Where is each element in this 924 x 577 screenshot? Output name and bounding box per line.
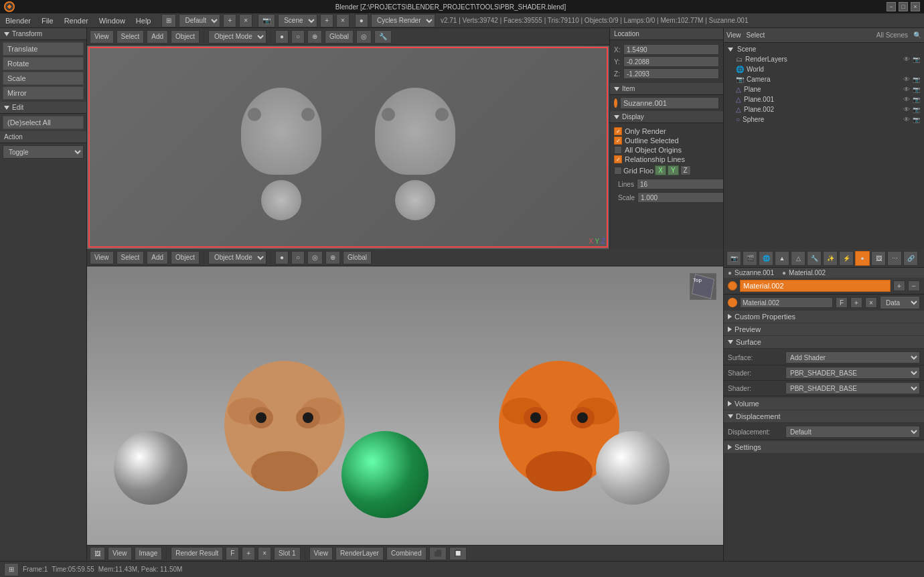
scene-select[interactable]: Scene [278,14,317,27]
props-scene-icon[interactable]: 🎬 [743,251,757,266]
props-particles2-icon[interactable]: ⋯ [887,251,902,266]
render-object-menu[interactable]: Object [171,251,200,264]
render-select-menu[interactable]: Select [117,251,145,264]
menu-help[interactable]: Help [131,13,157,28]
render-global[interactable]: Global [343,251,372,264]
menu-blender[interactable]: Blender [0,13,36,28]
material-name-input[interactable] [740,280,891,292]
volume-section[interactable]: Volume [724,398,924,410]
maximize-button[interactable]: □ [899,2,908,11]
props-constraints-icon[interactable]: 🔗 [903,251,918,266]
plane001-render[interactable]: 📷 [913,96,920,103]
props-particles-icon[interactable]: ✨ [823,251,838,266]
menu-window[interactable]: Window [94,13,131,28]
render-shade1[interactable]: ● [275,251,289,264]
engine-icon[interactable]: ● [355,14,368,27]
nav-cube[interactable]: Top [690,273,716,300]
engine-select[interactable]: Cycles Render [371,14,435,27]
workspace-select[interactable]: Default [179,14,220,27]
viewport-canvas[interactable]: X Y Z [87,46,609,249]
img-btn1[interactable]: ⬛ [429,547,447,560]
image-icon[interactable]: 🖼 [90,547,105,560]
props-material-icon[interactable]: ● [855,251,870,266]
select-menu[interactable]: Select [117,30,145,44]
camera-render[interactable]: 📷 [913,76,920,83]
minimize-button[interactable]: − [887,2,896,11]
render-canvas[interactable]: Top [87,266,723,545]
render-view-menu[interactable]: View [90,251,114,264]
bottom-image-btn[interactable]: Image [135,547,163,560]
mirror-button[interactable]: Mirror [3,86,84,100]
props-world-icon[interactable]: 🌐 [759,251,773,266]
location-header[interactable]: Location [610,28,723,40]
status-icon[interactable]: ⊞ [4,563,19,576]
mat-f-btn[interactable]: F [836,297,848,308]
transform-orient[interactable]: Global [325,30,354,44]
item-header[interactable]: Item [610,83,723,95]
relationship-lines-checkbox[interactable]: ✓ [614,155,622,163]
mat-add-user-btn[interactable]: + [850,297,862,308]
render-add-menu[interactable]: Add [147,251,168,264]
proportional-edit[interactable]: ◎ [356,30,372,44]
scene-add[interactable]: + [320,14,333,27]
render-shade3[interactable]: ◎ [307,251,323,264]
grid-x-btn[interactable]: X [655,165,666,175]
plane002-eye[interactable]: 👁 [903,106,910,113]
sphere-render[interactable]: 📷 [913,116,920,123]
preview-section[interactable]: Preview [724,323,924,336]
img-btn2[interactable]: 🔲 [449,547,467,560]
material-add-btn[interactable]: + [893,280,905,291]
props-texture-icon[interactable]: 🖼 [871,251,886,266]
outliner-camera[interactable]: 📷 Camera 👁 📷 [733,74,923,84]
scale-input[interactable] [637,192,723,203]
mat-name-field[interactable] [740,297,833,308]
view-menu[interactable]: View [90,30,114,44]
lines-input[interactable] [637,179,723,189]
sphere-eye[interactable]: 👁 [903,116,910,123]
props-modifiers-icon[interactable]: 🔧 [807,251,822,266]
mat-delete-btn[interactable]: × [865,297,877,308]
material-remove-btn[interactable]: − [908,280,920,291]
outliner-plane001[interactable]: △ Plane.001 👁 📷 [733,94,923,104]
surface-shader-select[interactable]: Add Shader [785,351,920,363]
translate-button[interactable]: Translate [3,42,84,56]
add-menu[interactable]: Add [147,30,168,44]
outliner-plane[interactable]: △ Plane 👁 📷 [733,84,923,94]
render-pivot[interactable]: ⊕ [325,251,340,264]
viewport-shading-wire[interactable]: ○ [291,30,305,44]
plane-eye[interactable]: 👁 [903,86,910,93]
settings-section[interactable]: Settings [724,441,924,454]
displacement-select[interactable]: Default [785,426,920,438]
shader2-select[interactable]: PBR_SHADER_BASE [785,382,920,394]
plane002-render[interactable]: 📷 [913,106,920,113]
render-shade2[interactable]: ○ [291,251,305,264]
displacement-section[interactable]: Displacement [724,410,924,423]
props-mesh-icon[interactable]: △ [791,251,805,266]
add-slot-btn[interactable]: + [242,547,255,560]
render-mode-select[interactable]: Object Mode [208,251,266,264]
props-physics-icon[interactable]: ⚡ [839,251,854,266]
render-layer-view-btn[interactable]: View [309,547,333,560]
scene-remove[interactable]: × [336,14,350,27]
grid-floor-checkbox[interactable] [614,167,622,175]
scale-button[interactable]: Scale [3,72,84,85]
scene-root[interactable]: Scene [725,44,923,54]
outliner-plane002[interactable]: △ Plane.002 👁 📷 [733,104,923,114]
location-x-input[interactable] [623,44,719,55]
object-mode-select[interactable]: Object Mode [208,30,266,44]
workspace-add[interactable]: + [223,14,236,27]
mat-data-select[interactable]: Data [880,296,920,309]
deselect-all-button[interactable]: (De)select All [3,116,84,129]
outliner-sphere[interactable]: ○ Sphere 👁 📷 [733,114,923,125]
surface-section[interactable]: Surface [724,336,924,349]
bottom-view-btn[interactable]: View [108,547,132,560]
outliner-renderlayers[interactable]: 🗂 RenderLayers 👁 📷 [733,54,923,64]
plane001-eye[interactable]: 👁 [903,96,910,103]
only-render-checkbox[interactable]: ✓ [614,127,622,135]
remove-slot-btn[interactable]: × [258,547,271,560]
pivot-select[interactable]: ⊕ [307,30,322,44]
scene-icon[interactable]: 📷 [258,14,275,27]
item-name-input[interactable] [620,97,719,109]
rotate-button[interactable]: Rotate [3,57,84,70]
props-object-icon[interactable]: ▲ [775,251,789,266]
